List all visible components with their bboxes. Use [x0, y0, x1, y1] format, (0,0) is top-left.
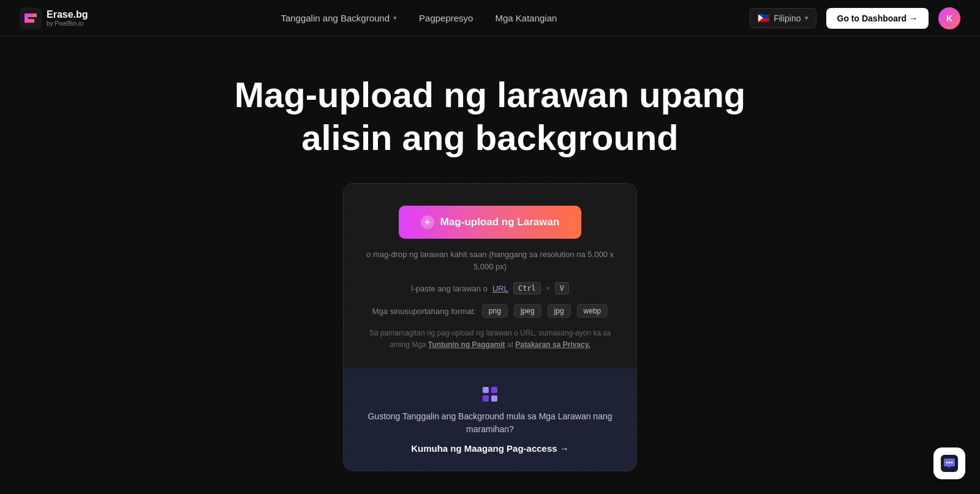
format-jpg: jpg: [548, 304, 571, 318]
brand-subtitle: by PixelBin.io: [47, 20, 88, 27]
upload-btn-label: Mag-upload ng Larawan: [440, 216, 560, 228]
drop-text: o mag-drop ng larawan kahit saan (hangga…: [363, 249, 617, 272]
dashboard-button[interactable]: Go to Dashboard →: [826, 8, 929, 29]
ctrl-kbd: Ctrl: [513, 282, 541, 294]
svg-point-6: [946, 462, 948, 463]
avatar-initials: K: [946, 13, 952, 23]
nav-right: 🇵🇭 Filipino ▾ Go to Dashboard → K: [750, 7, 960, 29]
bulk-section: Gustong Tanggalin ang Background mula sa…: [344, 369, 636, 471]
flag-icon: 🇵🇭: [758, 12, 770, 24]
terms-text: Sa pamamagitan ng pag-upload ng larawan …: [363, 327, 617, 351]
lang-chevron-icon: ▾: [805, 14, 809, 22]
paste-label: I-paste ang larawan o: [411, 284, 488, 293]
bulk-cta-label: Kumuha ng Maagang Pag-access →: [411, 443, 569, 454]
url-link[interactable]: URL: [492, 284, 508, 293]
format-png: png: [482, 304, 508, 318]
format-jpeg: jpeg: [514, 304, 541, 318]
logo-text: Erase.bg by PixelBin.io: [47, 9, 88, 27]
upload-card: + Mag-upload ng Larawan o mag-drop ng la…: [343, 183, 637, 471]
paste-row: I-paste ang larawan o URL Ctrl + V: [411, 282, 569, 294]
svg-point-8: [951, 462, 953, 463]
terms-at: at: [507, 340, 515, 349]
formats-label: Mga sinusuportahang format:: [372, 307, 476, 316]
bulk-icon: [481, 386, 499, 403]
language-selector[interactable]: 🇵🇭 Filipino ▾: [750, 8, 816, 28]
language-label: Filipino: [774, 13, 801, 23]
formats-row: Mga sinusuportahang format: png jpeg jpg…: [372, 304, 608, 318]
hero-title-line2: alisin ang background: [301, 118, 679, 157]
upload-button[interactable]: + Mag-upload ng Larawan: [399, 206, 582, 239]
hero-title: Mag-upload ng larawan upang alisin ang b…: [235, 73, 746, 159]
nav-item-features-label: Mga Katangian: [495, 13, 557, 23]
nav-item-pricing[interactable]: Pagpepresyo: [419, 13, 473, 23]
format-webp: webp: [577, 304, 608, 318]
navbar: Erase.bg by PixelBin.io Tanggalin ang Ba…: [0, 0, 980, 37]
dashboard-btn-label: Go to Dashboard →: [837, 13, 918, 23]
svg-rect-4: [491, 395, 497, 402]
terms-of-use-link[interactable]: Tuntunin ng Paggamit: [428, 340, 505, 349]
upload-plus-icon: +: [421, 215, 434, 229]
bulk-cta-link[interactable]: Kumuha ng Maagang Pag-access →: [411, 443, 569, 454]
nav-item-background-label: Tanggalin ang Background: [281, 13, 390, 23]
brand-title: Erase.bg: [47, 9, 88, 20]
svg-rect-3: [483, 395, 489, 402]
svg-point-7: [949, 462, 951, 463]
logo-icon: [20, 7, 42, 29]
nav-item-features[interactable]: Mga Katangian: [495, 13, 557, 23]
chevron-down-icon: ▾: [393, 14, 397, 22]
user-avatar[interactable]: K: [938, 7, 960, 29]
privacy-policy-link[interactable]: Patakaran sa Privacy.: [515, 340, 590, 349]
hero-title-line1: Mag-upload ng larawan upang: [235, 75, 746, 114]
svg-rect-1: [483, 387, 489, 393]
plus-separator: +: [546, 284, 550, 293]
bulk-title: Gustong Tanggalin ang Background mula sa…: [363, 410, 617, 436]
nav-item-background[interactable]: Tanggalin ang Background ▾: [281, 13, 397, 23]
nav-center: Tanggalin ang Background ▾ Pagpepresyo M…: [281, 13, 557, 23]
svg-rect-0: [20, 7, 42, 29]
svg-rect-2: [491, 387, 497, 393]
nav-item-pricing-label: Pagpepresyo: [419, 13, 473, 23]
v-kbd: V: [555, 282, 569, 294]
main-content: Mag-upload ng larawan upang alisin ang b…: [0, 37, 980, 494]
logo-area: Erase.bg by PixelBin.io: [20, 7, 88, 29]
chat-widget[interactable]: [933, 447, 965, 479]
chat-icon: [941, 455, 958, 472]
upload-inner: + Mag-upload ng Larawan o mag-drop ng la…: [344, 184, 636, 368]
